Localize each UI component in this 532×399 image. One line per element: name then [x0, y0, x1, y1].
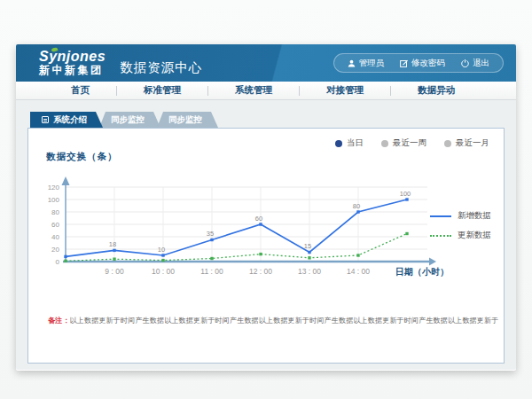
data-point [64, 255, 66, 258]
tab-label: 同步监控 [168, 112, 202, 128]
data-point [210, 239, 213, 241]
range-option-last-month[interactable]: 最近一月 [444, 137, 489, 149]
user-icon [348, 59, 356, 67]
data-point-label: 15 [304, 242, 311, 250]
tab-label: 系统介绍 [53, 112, 87, 128]
data-point [405, 232, 408, 235]
range-option-label: 最近一周 [393, 137, 426, 149]
radio-unselected-icon [381, 140, 388, 147]
logo-wordmark: Synjones [39, 50, 106, 65]
series-line-更新数据 [66, 234, 407, 262]
x-axis-title: 日期（小时） [395, 267, 449, 277]
data-point [356, 210, 359, 213]
main-nav: 首页 标准管理 系统管理 对接管理 数据异动 [16, 82, 516, 100]
data-point-label: 10 [158, 246, 165, 254]
data-point [210, 257, 213, 260]
footnote: 备注：以上数据更新于时间产生数据以上数据更新于时间产生数据以上数据更新于时间产生… [48, 316, 498, 325]
tab-system-intro[interactable]: 系统介绍 [30, 112, 103, 128]
legend-item-new-data: 新增数据 [430, 210, 491, 222]
change-password-button[interactable]: 修改密码 [392, 54, 453, 72]
logo-company-name: 新中新集团 [39, 65, 106, 76]
y-tick-label: 0 [56, 258, 60, 266]
x-tick-label: 10 : 00 [152, 267, 175, 276]
x-axis-arrow-icon [429, 258, 436, 266]
data-point-label: 35 [207, 230, 214, 238]
content-area: 系统介绍 同步监控 同步监控 当日 最近一周 [16, 100, 516, 370]
y-axis-title: 数据交换（条） [46, 151, 118, 163]
tab-sync-monitor-1[interactable]: 同步监控 [99, 112, 160, 128]
nav-item-system[interactable]: 系统管理 [208, 84, 299, 97]
user-actions-group: 管理员 修改密码 退出 [333, 53, 505, 73]
footnote-text: 以上数据更新于时间产生数据以上数据更新于时间产生数据以上数据更新于时间产生数据以… [70, 317, 499, 325]
data-point [161, 254, 164, 256]
x-tick-label: 11 : 00 [200, 267, 223, 276]
y-tick-label: 120 [48, 184, 60, 192]
data-point [259, 223, 262, 225]
footnote-label: 备注： [48, 317, 70, 325]
range-option-label: 当日 [347, 137, 364, 149]
radio-selected-icon [335, 140, 342, 147]
data-point [113, 249, 115, 252]
page-title: 数据资源中心 [120, 59, 202, 76]
user-button[interactable]: 管理员 [340, 54, 393, 72]
logout-button[interactable]: 退出 [453, 54, 497, 72]
change-password-button-label: 修改密码 [411, 58, 445, 69]
legend-label: 更新数据 [458, 230, 491, 241]
data-point [64, 260, 66, 262]
data-point [259, 253, 262, 255]
line-chart: 0204060801001209 : 0010 : 0011 : 0012 : … [39, 168, 450, 285]
series-line-swatch [430, 215, 451, 217]
range-option-today[interactable]: 当日 [335, 137, 364, 149]
tab-bar: 系统介绍 同步监控 同步监控 [30, 112, 218, 128]
x-tick-label: 14 : 00 [347, 267, 370, 276]
chart-legend: 新增数据 更新数据 [430, 210, 491, 241]
x-tick-label: 9 : 00 [105, 267, 124, 276]
range-option-label: 最近一月 [456, 137, 489, 149]
user-button-label: 管理员 [359, 58, 385, 69]
data-point-label: 18 [109, 240, 116, 248]
data-point [308, 256, 310, 259]
data-point-label: 100 [400, 190, 411, 198]
range-filter-group: 当日 最近一周 最近一月 [335, 137, 489, 149]
document-icon [42, 116, 49, 123]
range-option-last-week[interactable]: 最近一周 [381, 137, 426, 149]
power-icon [461, 59, 469, 67]
data-point [308, 251, 310, 254]
x-tick-label: 12 : 00 [249, 267, 272, 276]
tab-sync-monitor-2[interactable]: 同步监控 [157, 112, 218, 128]
y-tick-label: 40 [51, 233, 59, 241]
data-point-label: 60 [255, 215, 262, 223]
data-point [405, 198, 408, 200]
edit-icon [400, 59, 408, 67]
radio-unselected-icon [444, 140, 451, 147]
y-axis-arrow-icon [62, 176, 70, 185]
y-tick-label: 80 [51, 208, 59, 216]
series-line-swatch [430, 235, 451, 237]
nav-item-integration[interactable]: 对接管理 [300, 84, 390, 97]
logout-button-label: 退出 [473, 58, 489, 69]
legend-label: 新增数据 [458, 210, 491, 222]
x-tick-label: 13 : 00 [298, 267, 321, 276]
data-point [356, 254, 359, 256]
data-point-label: 80 [353, 202, 360, 210]
app-window: Synjones 新中新集团 数据资源中心 管理员 修改密码 [16, 44, 516, 371]
nav-item-home[interactable]: 首页 [44, 84, 116, 97]
logo: Synjones 新中新集团 [39, 50, 106, 75]
data-point [161, 259, 164, 262]
data-point [113, 258, 115, 261]
app-header: Synjones 新中新集团 数据资源中心 管理员 修改密码 [16, 44, 516, 82]
y-tick-label: 20 [51, 246, 59, 254]
nav-item-data-changes[interactable]: 数据异动 [391, 84, 481, 97]
chart-panel: 当日 最近一周 最近一月 数据交换（条） 0204060801001209 : … [27, 128, 505, 364]
legend-item-updated-data: 更新数据 [430, 230, 491, 241]
y-tick-label: 100 [48, 196, 60, 204]
y-tick-label: 60 [51, 221, 59, 229]
nav-item-standards[interactable]: 标准管理 [117, 84, 207, 97]
tab-label: 同步监控 [111, 112, 145, 128]
